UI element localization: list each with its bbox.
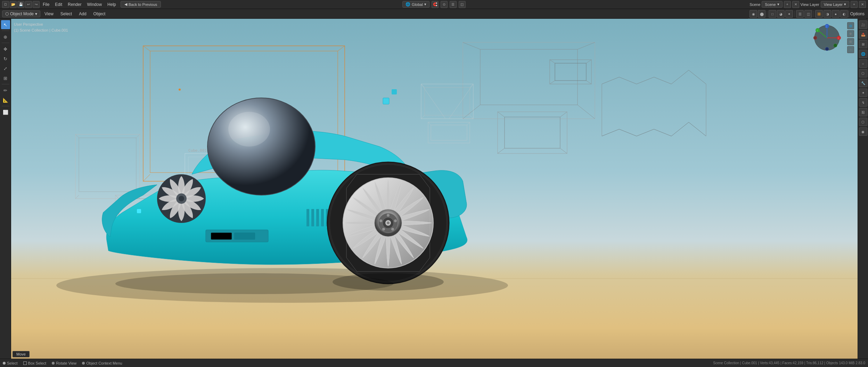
overlays-btn[interactable]: ☰ bbox=[796, 10, 804, 18]
measure-tool-icon[interactable]: 📐 bbox=[1, 95, 10, 105]
modifier-props-icon[interactable]: 🔧 bbox=[859, 79, 867, 87]
shading-btn1[interactable]: 🔆 bbox=[815, 10, 823, 18]
select-dot bbox=[3, 362, 6, 365]
new-file-icon[interactable]: 🗋 bbox=[2, 1, 9, 8]
cursor-tool-icon[interactable]: ⊕ bbox=[1, 32, 10, 41]
help-menu[interactable]: Help bbox=[105, 1, 118, 8]
global-icon: 🌐 bbox=[406, 2, 410, 7]
svg-point-47 bbox=[179, 196, 184, 201]
view-menu-btn[interactable]: View bbox=[42, 11, 56, 17]
toggle-icon[interactable]: ○ bbox=[847, 46, 854, 53]
scene-props-icon[interactable]: 🌐 bbox=[859, 50, 867, 58]
scene-dropdown[interactable]: Scene ▾ bbox=[762, 1, 782, 8]
particles-props-icon[interactable]: ✦ bbox=[859, 89, 867, 97]
zoom-icon[interactable]: ⊕ bbox=[847, 30, 854, 37]
solid-mode-icon[interactable]: ⬤ bbox=[758, 10, 765, 18]
select-menu-btn[interactable]: Select bbox=[58, 11, 75, 17]
undo-icon[interactable]: ↩ bbox=[25, 1, 32, 8]
material-mode-icon[interactable]: ◕ bbox=[777, 10, 785, 18]
top-menu-bar: 🗋 📂 💾 ↩ ↪ File Edit Render Window Help ◀… bbox=[0, 0, 868, 9]
render-props-icon[interactable]: 🎥 bbox=[859, 20, 867, 29]
center-controls: 🌐 Global ▾ 🧲 ⊙ ☰ ◫ bbox=[402, 1, 466, 8]
right-properties-panel: 🎥 📤 ⊞ 🌐 ○ ⬡ 🔧 ✦ ↯ ⛓ ⬡ ◉ bbox=[858, 19, 868, 367]
object-data-props-icon[interactable]: ⬡ bbox=[859, 118, 867, 126]
scene-chevron-icon: ▾ bbox=[777, 2, 779, 7]
view-layer-remove-icon[interactable]: ✕ bbox=[859, 1, 866, 8]
view-layer-dropdown[interactable]: View Layer ▾ bbox=[821, 1, 849, 8]
view-layer-chevron-icon: ▾ bbox=[844, 2, 846, 7]
mode-chevron-icon: ▾ bbox=[35, 11, 37, 16]
separator3 bbox=[813, 11, 814, 17]
box-select-status[interactable]: Box Select bbox=[23, 361, 47, 365]
viewport-right-icons: ⊙ ⊕ ⊞ ○ bbox=[847, 22, 854, 53]
constraints-props-icon[interactable]: ⛓ bbox=[859, 108, 867, 116]
toolbar-separator2 bbox=[2, 43, 9, 43]
camera-perspective-icon[interactable]: ⊙ bbox=[847, 22, 854, 29]
svg-text:X: X bbox=[837, 36, 840, 40]
navigation-gizmo[interactable]: X Y Z bbox=[813, 24, 841, 52]
viewport[interactable]: Cube.001 User Perspective (1) Scene Coll… bbox=[11, 19, 858, 359]
add-cube-icon[interactable]: ⬜ bbox=[1, 108, 10, 117]
render-menu[interactable]: Render bbox=[65, 1, 84, 8]
svg-text:Z: Z bbox=[826, 25, 828, 28]
svg-rect-48 bbox=[306, 209, 309, 226]
rotate-view-status[interactable]: Rotate View bbox=[52, 361, 76, 365]
rotate-tool-icon[interactable]: ↻ bbox=[1, 54, 10, 63]
render-mode-icon[interactable]: ◉ bbox=[750, 10, 757, 18]
object-props-icon[interactable]: ⬡ bbox=[859, 69, 867, 77]
xray-btn[interactable]: ◫ bbox=[804, 10, 812, 18]
material-props-icon[interactable]: ◉ bbox=[859, 127, 867, 136]
edit-menu[interactable]: Edit bbox=[52, 1, 65, 8]
svg-point-67 bbox=[391, 228, 394, 231]
shading-btn3[interactable]: ● bbox=[832, 10, 840, 18]
view-layer-props-icon[interactable]: ⊞ bbox=[859, 40, 867, 48]
object-mode-dropdown[interactable]: ⬡ Object Mode ▾ bbox=[2, 10, 40, 17]
open-file-icon[interactable]: 📂 bbox=[10, 1, 17, 8]
svg-rect-57 bbox=[383, 98, 389, 104]
wireframe-mode-icon[interactable]: □ bbox=[769, 10, 776, 18]
object-menu-btn[interactable]: Object bbox=[91, 11, 108, 17]
file-menu[interactable]: File bbox=[40, 1, 52, 8]
window-menu[interactable]: Window bbox=[84, 1, 104, 8]
shading-btn4[interactable]: ◐ bbox=[840, 10, 848, 18]
proportional-edit-icon[interactable]: ⊙ bbox=[441, 1, 448, 8]
svg-point-68 bbox=[382, 228, 385, 231]
rendered-mode-icon[interactable]: ✦ bbox=[785, 10, 793, 18]
xray-icon[interactable]: ◫ bbox=[459, 1, 466, 8]
toolbar-separator3 bbox=[2, 84, 9, 84]
context-menu-status[interactable]: Object Context Menu bbox=[82, 361, 122, 365]
svg-point-87 bbox=[179, 89, 181, 91]
annotate-tool-icon[interactable]: ✏ bbox=[1, 86, 10, 95]
scene-remove-icon[interactable]: ✕ bbox=[792, 1, 799, 8]
scale-tool-icon[interactable]: ⤢ bbox=[1, 64, 10, 73]
shading-btn2[interactable]: ◑ bbox=[824, 10, 831, 18]
world-props-icon[interactable]: ○ bbox=[859, 59, 867, 68]
back-to-previous-button[interactable]: ◀ Back to Previous bbox=[121, 1, 161, 8]
svg-point-73 bbox=[115, 273, 393, 294]
svg-rect-54 bbox=[211, 233, 232, 240]
select-status[interactable]: Select bbox=[3, 361, 18, 365]
chevron-down-icon: ▾ bbox=[424, 2, 426, 7]
global-dropdown[interactable]: 🌐 Global ▾ bbox=[402, 1, 429, 8]
view-layer-new-icon[interactable]: + bbox=[851, 1, 858, 8]
output-props-icon[interactable]: 📤 bbox=[859, 30, 867, 39]
snap-icon[interactable]: 🧲 bbox=[432, 1, 439, 8]
scene-new-icon[interactable]: + bbox=[784, 1, 791, 8]
svg-point-43 bbox=[207, 98, 315, 195]
svg-point-44 bbox=[228, 112, 270, 147]
transform-tool-icon[interactable]: ⊞ bbox=[1, 74, 10, 83]
svg-rect-56 bbox=[137, 209, 141, 213]
redo-icon[interactable]: ↪ bbox=[33, 1, 40, 8]
bottom-status-bar: Select Box Select Rotate View Object Con… bbox=[0, 359, 868, 367]
select-tool-icon[interactable]: ↖ bbox=[1, 20, 10, 29]
save-icon[interactable]: 💾 bbox=[17, 1, 24, 8]
add-menu-btn[interactable]: Add bbox=[76, 11, 89, 17]
3d-scene: Cube.001 bbox=[11, 19, 858, 359]
frame-icon[interactable]: ⊞ bbox=[847, 38, 854, 45]
svg-point-69 bbox=[379, 219, 382, 222]
overlay-icon[interactable]: ☰ bbox=[450, 1, 457, 8]
stats-info: Scene Collection | Cube.001 | Verts:43,4… bbox=[713, 361, 865, 365]
move-tool-icon[interactable]: ✥ bbox=[1, 44, 10, 53]
header-toolbar: ⬡ Object Mode ▾ View Select Add Object bbox=[0, 9, 868, 19]
physics-props-icon[interactable]: ↯ bbox=[859, 98, 867, 107]
